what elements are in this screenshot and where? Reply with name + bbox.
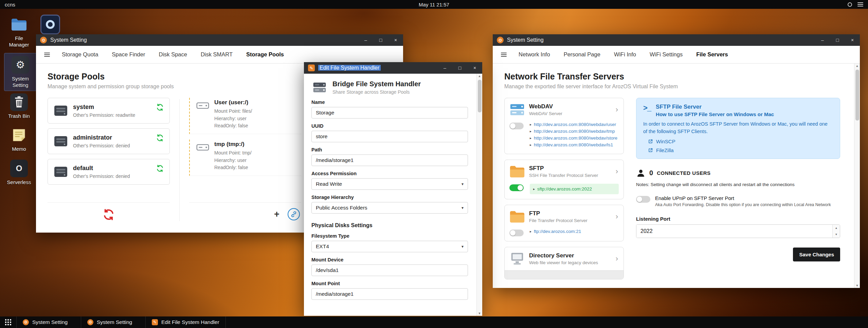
titlebar[interactable]: ⚙ System Setting – □ ×: [36, 34, 403, 46]
minimize-button[interactable]: –: [815, 34, 830, 46]
sftp-toggle[interactable]: [509, 184, 524, 191]
status-ring-icon[interactable]: [848, 2, 852, 7]
tab-storage-pools[interactable]: Storage Pools: [239, 46, 291, 63]
server-desc: SSH File Transfer Protocol Server: [529, 173, 598, 178]
webdav-link[interactable]: http://dev.arozos.com:8080/webdav/user: [534, 122, 616, 127]
vertical-scrollbar[interactable]: ▲ ▼: [476, 74, 482, 316]
close-button[interactable]: ×: [388, 34, 403, 46]
winscp-link[interactable]: WinSCP: [648, 139, 833, 144]
access-permission-select[interactable]: Read Write ▾: [311, 178, 468, 190]
tab-wifi-settings[interactable]: WiFi Settings: [643, 46, 689, 63]
bridge-fsh-icon: [311, 80, 328, 95]
scroll-down-icon[interactable]: ▼: [854, 284, 860, 287]
maximize-button[interactable]: □: [373, 34, 388, 46]
listening-port-label: Listening Port: [636, 216, 840, 222]
save-changes-button[interactable]: Save Changes: [793, 248, 840, 261]
fsh-subtitle: Share Storage across Storage Pools: [332, 89, 421, 95]
storage-pool-item[interactable]: defaultOther's Permission: denied: [48, 159, 170, 185]
info-body: In order to connect to ArozOS SFTP Serve…: [643, 121, 833, 135]
listening-port-input[interactable]: [636, 225, 832, 238]
burger-icon[interactable]: [495, 53, 512, 57]
pool-name: default: [73, 165, 130, 172]
tab-storage-quota[interactable]: Storage Quota: [55, 46, 105, 63]
scrollbar-thumb[interactable]: [478, 80, 482, 112]
tab-personal-page[interactable]: Personal Page: [557, 46, 607, 63]
caret-down-icon: ▾: [462, 182, 464, 186]
scroll-up-icon[interactable]: ▲: [854, 64, 860, 68]
minimize-button[interactable]: –: [358, 34, 373, 46]
maximize-button[interactable]: □: [452, 62, 467, 74]
spin-up-icon[interactable]: ▲: [833, 225, 840, 231]
topbar: ccns May 11 21:57: [0, 0, 868, 9]
server-card-header[interactable]: Directory ServerWeb file viewer for lega…: [505, 247, 623, 270]
tab-disk-smart[interactable]: Disk SMART: [194, 46, 239, 63]
mount-point-input[interactable]: [311, 288, 468, 300]
desktop-icon-selected-app[interactable]: [34, 16, 67, 33]
ftp-toggle[interactable]: [509, 230, 524, 236]
server-card-header[interactable]: WebDAVWebDAV Server ›: [505, 98, 623, 121]
app-grid-icon[interactable]: [0, 316, 16, 328]
tab-wifi-info[interactable]: WiFi Info: [607, 46, 643, 63]
desktop-icon-system-setting[interactable]: ⚙ System Setting: [4, 53, 37, 91]
server-card-sftp: SFTPSSH File Transfer Protocol Server › …: [504, 160, 624, 199]
maximize-button[interactable]: □: [830, 34, 845, 46]
tab-network-info[interactable]: Network Info: [512, 46, 557, 63]
fsh-title: Bridge File System Handler: [332, 80, 421, 88]
minimize-button[interactable]: –: [437, 62, 452, 74]
add-fsh-button[interactable]: +: [271, 208, 283, 220]
connected-users-row: 0 CONNECTED USERS: [636, 168, 840, 178]
filesystem-type-select[interactable]: EXT4 ▾: [311, 241, 468, 252]
taskbar-item-system-setting-1[interactable]: ⚙ System Setting: [16, 316, 81, 328]
refresh-pools-button[interactable]: [102, 208, 115, 221]
scroll-up-icon[interactable]: ▲: [477, 74, 482, 78]
filezilla-link[interactable]: FileZilla: [648, 147, 833, 153]
vertical-scrollbar[interactable]: ▲ ▼: [854, 63, 860, 288]
titlebar[interactable]: ⚙ System Setting – □ ×: [493, 34, 860, 46]
clock: May 11 21:57: [419, 2, 449, 7]
webdav-link[interactable]: http://dev.arozos.com:8080/webdav/store: [534, 135, 617, 141]
server-card-header[interactable]: FTPFile Transfer Protocol Server ›: [505, 205, 623, 228]
sync-icon[interactable]: [156, 103, 164, 111]
ftp-link[interactable]: ftp://dev.arozos.com:21: [534, 229, 581, 234]
storage-hierarchy-select[interactable]: Public Access Folders ▾: [311, 202, 468, 214]
storage-pool-item[interactable]: administratorOther's Permission: denied: [48, 128, 170, 154]
terminal-icon: >_: [643, 104, 651, 112]
sync-icon[interactable]: [156, 164, 164, 172]
taskbar-item-edit-fsh[interactable]: ✎ Edit File System Handler: [145, 316, 226, 328]
chevron-right-icon: ›: [616, 105, 619, 114]
sync-icon[interactable]: [156, 134, 164, 142]
name-input[interactable]: [311, 107, 468, 119]
scrollbar-thumb[interactable]: [855, 70, 859, 121]
desktop-icon-trash-bin[interactable]: Trash Bin: [3, 93, 35, 120]
desktop-icon-memo[interactable]: Memo: [3, 126, 35, 152]
mount-device-input[interactable]: [311, 265, 468, 276]
webdav-toggle[interactable]: [509, 123, 524, 129]
server-card-header[interactable]: SFTPSSH File Transfer Protocol Server ›: [505, 160, 623, 183]
mount-item[interactable]: User (user:/) Mount Point: files/ Hierar…: [189, 98, 301, 134]
taskbar-item-system-setting-2[interactable]: ⚙ System Setting: [81, 316, 145, 328]
mount-item[interactable]: tmp (tmp:/) Mount Point: tmp/ Hierarchy:…: [189, 140, 301, 176]
desktop-icon-serverless[interactable]: O Serverless: [3, 160, 35, 186]
mount-point: Mount Point: files/: [214, 108, 252, 115]
upnp-toggle[interactable]: [636, 196, 650, 203]
close-button[interactable]: ×: [467, 62, 482, 74]
tab-file-servers[interactable]: File Servers: [689, 46, 735, 63]
storage-pool-item[interactable]: systemOther's Permission: readwrite: [48, 98, 170, 124]
tab-space-finder[interactable]: Space Finder: [105, 46, 152, 63]
sftp-link[interactable]: sftp://dev.arozos.com:2022: [537, 186, 592, 192]
number-spinner[interactable]: ▲▼: [832, 225, 840, 238]
burger-icon[interactable]: [39, 53, 55, 57]
link-fsh-button[interactable]: [288, 208, 300, 220]
topbar-menu-icon[interactable]: [857, 2, 863, 6]
path-input[interactable]: [311, 154, 468, 166]
pool-name: administrator: [73, 134, 130, 141]
desktop-icon-file-manager[interactable]: File Manager: [3, 16, 35, 48]
webdav-link[interactable]: http://dev.arozos.com:8080/webdav/tmp: [534, 129, 615, 134]
titlebar[interactable]: ✎ Edit File System Handler – □ ×: [304, 62, 482, 74]
scroll-down-icon[interactable]: ▼: [477, 312, 482, 315]
close-button[interactable]: ×: [845, 34, 860, 46]
tab-disk-space[interactable]: Disk Space: [152, 46, 194, 63]
uuid-input[interactable]: [311, 131, 468, 142]
webdav-link[interactable]: http://dev.arozos.com:8080/webdav/ls1: [534, 142, 613, 147]
spin-down-icon[interactable]: ▼: [833, 231, 840, 238]
